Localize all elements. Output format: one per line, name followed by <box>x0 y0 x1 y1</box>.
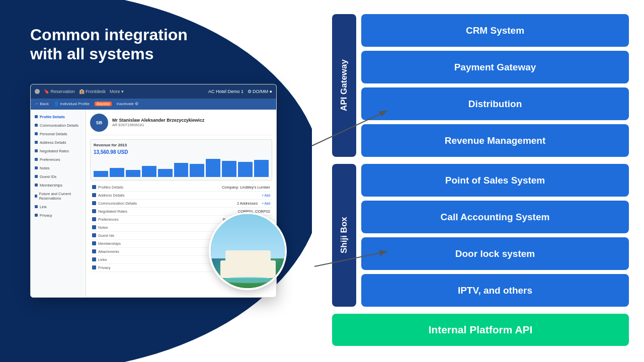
detail-address: Address Details + Add <box>90 192 272 200</box>
mock-sidebar: Profile Details Communication Details Pe… <box>31 110 86 297</box>
sidebar-communication[interactable]: Communication Details <box>31 121 86 130</box>
systems-wrapper: API Gateway CRM System Payment Gateway D… <box>332 14 629 346</box>
detail-profiles: Profiles Details Company: Lindliley's Lu… <box>90 184 272 192</box>
subbar-profile: 👤 Individual Profile <box>54 102 90 106</box>
bar-7 <box>190 164 204 177</box>
bar-9 <box>222 161 236 177</box>
internal-platform-api-button[interactable]: Internal Platform API <box>332 314 629 346</box>
sidebar-guest-ids[interactable]: Guest IDs <box>31 172 86 181</box>
sidebar-link[interactable]: Link <box>31 203 86 211</box>
subbar-inactivate: Inactivate ⚙ <box>117 102 138 106</box>
nav-dot-1 <box>35 89 40 94</box>
revenue-title: Revenue for 2013 <box>94 143 269 147</box>
shiji-box-group: Shiji Box Point of Sales System Call Acc… <box>332 164 629 307</box>
main-title: Common integration with all systems <box>30 25 188 64</box>
profile-info: Mr Stanislaw Aleksander Brzezyczykiewicz… <box>112 118 204 127</box>
crm-system-button[interactable]: CRM System <box>361 14 629 47</box>
sidebar-personal[interactable]: Personal Details <box>31 130 86 138</box>
sidebar-address[interactable]: Address Details <box>31 138 86 147</box>
profile-avatar: SB <box>90 114 108 132</box>
sidebar-rates[interactable]: Negotiated Rates <box>31 147 86 155</box>
api-gateway-buttons: CRM System Payment Gateway Distribution … <box>361 14 629 157</box>
hotel-photo-circle <box>209 212 287 290</box>
nav-reservation: 🔖 Reservation <box>44 89 75 94</box>
left-section: Common integration with all systems 🔖 Re… <box>0 0 312 362</box>
distribution-button[interactable]: Distribution <box>361 87 629 120</box>
api-gateway-label: API Gateway <box>332 14 356 157</box>
bar-4 <box>142 166 156 177</box>
payment-gateway-button[interactable]: Payment Gateway <box>361 51 629 83</box>
sidebar-reservations[interactable]: Future and Current Reservations <box>31 190 86 203</box>
revenue-chart <box>94 157 269 177</box>
bar-6 <box>174 163 189 177</box>
bar-1 <box>94 171 108 177</box>
api-gateway-group: API Gateway CRM System Payment Gateway D… <box>332 14 629 157</box>
sidebar-profile-details[interactable]: Profile Details <box>31 113 86 121</box>
profile-name: Mr Stanislaw Aleksander Brzezyczykiewicz <box>112 118 204 123</box>
profile-id: AR E00715606181 <box>112 123 204 127</box>
shiji-box-buttons: Point of Sales System Call Accounting Sy… <box>361 164 629 307</box>
bar-2 <box>110 168 124 177</box>
bar-3 <box>126 170 140 177</box>
bar-8 <box>206 159 220 177</box>
sidebar-memberships[interactable]: Memberships <box>31 181 86 190</box>
subbar-back: ← Back <box>35 102 49 106</box>
screenshot-container: 🔖 Reservation 🏨 Frontdesk More ▾ AC Hote… <box>30 84 282 300</box>
revenue-amount: 13,560.98 USD <box>94 149 269 155</box>
call-accounting-button[interactable]: Call Accounting System <box>361 201 629 233</box>
door-lock-button[interactable]: Door lock system <box>361 237 629 270</box>
sidebar-notes[interactable]: Notes <box>31 164 86 172</box>
bar-11 <box>254 160 269 177</box>
bar-10 <box>238 162 253 177</box>
mock-navbar: 🔖 Reservation 🏨 Frontdesk More ▾ AC Hote… <box>31 84 276 99</box>
shiji-box-label: Shiji Box <box>332 164 356 307</box>
nav-more: More ▾ <box>110 89 124 94</box>
sidebar-preferences[interactable]: Preferences <box>31 155 86 164</box>
iptv-button[interactable]: IPTV, and others <box>361 274 629 307</box>
sidebar-privacy[interactable]: Privacy <box>31 211 86 220</box>
bar-5 <box>158 169 173 177</box>
profile-header: SB Mr Stanislaw Aleksander Brzezyczykiew… <box>90 114 272 135</box>
mock-subbar: ← Back 👤 Individual Profile Blacklist In… <box>31 99 276 110</box>
revenue-panel: Revenue for 2013 13,560.98 USD <box>90 139 272 180</box>
nav-brand: AC Hotel Demo 1 ⚙ DO/MM ● <box>208 89 272 94</box>
nav-frontdesk: 🏨 Frontdesk <box>79 89 106 94</box>
revenue-management-button[interactable]: Revenue Management <box>361 124 629 157</box>
subbar-blacklist-badge: Blacklist <box>95 102 112 106</box>
detail-comm: Communication Details 2 Addresses + Add <box>90 200 272 208</box>
point-of-sales-button[interactable]: Point of Sales System <box>361 164 629 197</box>
